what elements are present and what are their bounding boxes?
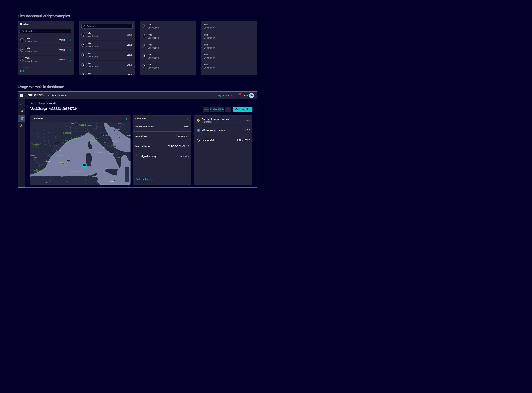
svg-text:Sainte-Baume: Sainte-Baume — [72, 139, 79, 140]
svg-text:Parco Nazionale: Parco Nazionale — [78, 123, 86, 125]
svg-text:Tyrrhenian Sea: Tyrrhenian Sea — [97, 152, 106, 153]
svg-text:Parco Nazionale: Parco Nazionale — [117, 157, 125, 158]
svg-text:Rome: Rome — [102, 146, 106, 148]
svg-text:Palermo: Palermo — [105, 168, 110, 170]
svg-text:Croatia: Croatia — [116, 129, 120, 130]
svg-text:Valencia: Valencia — [45, 160, 50, 162]
svg-text:la Demanda: la Demanda — [33, 146, 39, 148]
svg-text:Tunis: Tunis — [92, 176, 95, 177]
svg-text:Parc naturel: Parc naturel — [72, 136, 79, 138]
svg-text:Italy: Italy — [104, 142, 107, 143]
svg-text:Valletta: Valletta — [110, 180, 114, 182]
svg-text:Monaco: Monaco — [81, 135, 85, 137]
svg-text:Barcelona: Barcelona — [55, 149, 61, 151]
svg-text:Andorra: Andorra — [56, 142, 60, 144]
svg-text:du Lion: du Lion — [63, 143, 67, 144]
svg-text:Algiers: Algiers — [60, 176, 64, 177]
svg-text:Oran: Oran — [44, 182, 48, 183]
svg-text:della Majella: della Majella — [108, 146, 115, 147]
svg-text:Parc naturel: Parc naturel — [62, 140, 68, 141]
svg-text:Parco Nazionale: Parco Nazionale — [107, 145, 116, 146]
svg-text:Parc national des: Parc national des — [62, 132, 71, 133]
svg-text:Gran Paradiso: Gran Paradiso — [79, 125, 86, 126]
svg-text:Mediterranean Sea: Mediterranean Sea — [71, 171, 82, 172]
svg-text:marin du Golfe: marin du Golfe — [61, 141, 69, 143]
svg-text:Toscano: Toscano — [91, 141, 95, 142]
svg-text:Spain: Spain — [34, 157, 37, 158]
svg-text:Adriatic Sea: Adriatic Sea — [112, 141, 119, 142]
svg-text:Parco Nazionale: Parco Nazionale — [89, 138, 97, 139]
svg-text:del Pollino: del Pollino — [118, 158, 123, 160]
svg-text:Io: Io — [127, 163, 128, 164]
svg-text:Milan: Milan — [88, 125, 91, 126]
svg-text:Zagreb: Zagreb — [117, 123, 121, 124]
svg-text:dell'Arcipelago: dell'Arcipelago — [89, 139, 97, 141]
svg-text:régional de la: régional de la — [72, 138, 79, 139]
svg-text:Sarajev: Sarajev — [127, 135, 131, 136]
svg-text:Balearic Sea: Balearic Sea — [56, 154, 64, 156]
svg-text:d'El Kala: d'El Kala — [85, 176, 89, 178]
svg-text:Madrid: Madrid — [30, 155, 34, 157]
svg-text:y las Villas: y las Villas — [35, 172, 41, 173]
svg-text:Lyon: Lyon — [70, 123, 73, 124]
svg-text:Cévennes (cœur): Cévennes (cœur) — [62, 133, 71, 134]
svg-text:de Cabrera: de Cabrera — [61, 164, 66, 166]
